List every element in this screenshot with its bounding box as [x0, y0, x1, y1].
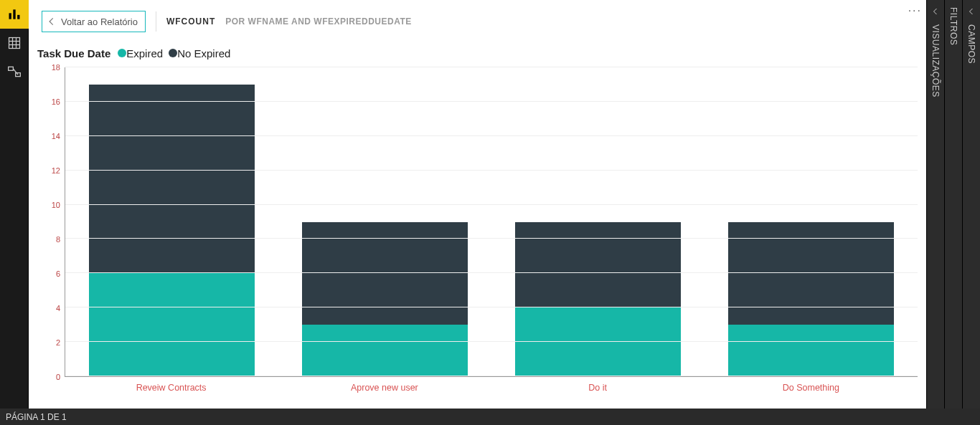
visual-options-button[interactable]: ··· [908, 4, 922, 17]
visualizations-pane-toggle[interactable]: Visualizações [926, 0, 944, 409]
bar-slot [65, 67, 278, 376]
grid-line [65, 101, 918, 102]
chart-plot: 024681012141618 Reveiw ContractsAprove n… [34, 67, 920, 401]
grid-line [65, 67, 918, 67]
model-view-button[interactable] [0, 57, 29, 86]
back-to-report-button[interactable]: Voltar ao Relatório [42, 11, 146, 32]
left-nav-rail [0, 0, 29, 425]
plot-area [65, 67, 918, 377]
svg-rect-1 [13, 9, 15, 19]
svg-rect-3 [9, 38, 20, 49]
right-pane-group: Visualizações Filtros Campos [926, 0, 980, 409]
chevron-left-icon [47, 16, 57, 27]
visualizations-pane-label: Visualizações [930, 24, 941, 97]
y-tick: 16 [34, 97, 60, 106]
fields-pane-label: Campos [966, 24, 976, 64]
y-tick: 8 [34, 235, 60, 244]
grid-line [65, 170, 918, 171]
back-label: Voltar ao Relatório [61, 16, 138, 27]
bar-segment[interactable] [89, 85, 255, 273]
grid-line [65, 272, 918, 273]
report-view-button[interactable] [0, 0, 29, 29]
y-tick: 14 [34, 132, 60, 140]
y-tick: 4 [34, 304, 60, 312]
divider [156, 11, 156, 32]
bar-chart-icon [7, 7, 22, 22]
chart-legend: Task Due Date ExpiredNo Expired [34, 43, 920, 62]
x-axis: Reveiw ContractsAprove new userDo itDo S… [65, 377, 918, 401]
svg-rect-8 [9, 67, 14, 70]
bar[interactable] [515, 222, 682, 377]
chevron-left-icon [967, 7, 976, 16]
x-tick-label: Do it [491, 377, 705, 401]
y-tick: 12 [34, 166, 60, 175]
bar[interactable] [302, 222, 468, 377]
chart[interactable]: Task Due Date ExpiredNo Expired 02468101… [34, 43, 920, 401]
chevron-left-icon [931, 7, 940, 16]
drill-header: Voltar ao Relatório wfCount por wfName a… [29, 0, 926, 43]
x-tick-label: Aprove new user [278, 377, 491, 401]
filters-pane-label: Filtros [948, 7, 958, 45]
grid-line [65, 204, 918, 205]
grid-line [65, 238, 918, 239]
y-tick: 0 [34, 373, 60, 381]
status-bar: PÁGINA 1 DE 1 [0, 409, 980, 425]
y-axis: 024681012141618 [34, 67, 63, 377]
x-tick-label: Reveiw Contracts [65, 377, 278, 401]
x-tick-label: Do Something [705, 377, 918, 401]
legend-swatch [169, 49, 177, 57]
grid-line [65, 307, 918, 307]
grid-line [65, 341, 918, 342]
legend-swatch [118, 49, 126, 57]
bar-slot [491, 67, 705, 376]
filters-pane-toggle[interactable]: Filtros [944, 0, 962, 409]
grid-line [65, 135, 918, 136]
chart-title: Task Due Date [37, 47, 110, 59]
bar-segment[interactable] [515, 222, 682, 308]
bar-slot [705, 67, 918, 376]
model-icon [7, 65, 22, 79]
bar-segment[interactable] [728, 325, 895, 376]
y-tick: 10 [34, 201, 60, 209]
fields-pane-toggle[interactable]: Campos [962, 0, 980, 409]
svg-rect-2 [17, 15, 19, 19]
bar[interactable] [89, 85, 255, 376]
grid-line [65, 376, 918, 376]
bar-segment[interactable] [89, 273, 255, 376]
y-tick: 18 [34, 63, 60, 72]
y-tick: 2 [34, 338, 60, 347]
svg-rect-0 [9, 13, 11, 19]
bar-segment[interactable] [302, 325, 468, 376]
legend-label: Expired [126, 47, 163, 59]
header-measure: wfCount [166, 16, 215, 27]
data-view-button[interactable] [0, 29, 29, 57]
legend-label: No Expired [177, 47, 230, 59]
page-indicator: PÁGINA 1 DE 1 [6, 412, 67, 422]
header-subtitle: por wfName and wfExpiredDueDate [225, 16, 412, 27]
table-icon [7, 36, 22, 50]
bar-slot [278, 67, 491, 376]
report-canvas: ··· Voltar ao Relatório wfCount por wfNa… [29, 0, 926, 409]
y-tick: 6 [34, 269, 60, 278]
bar[interactable] [728, 222, 895, 377]
